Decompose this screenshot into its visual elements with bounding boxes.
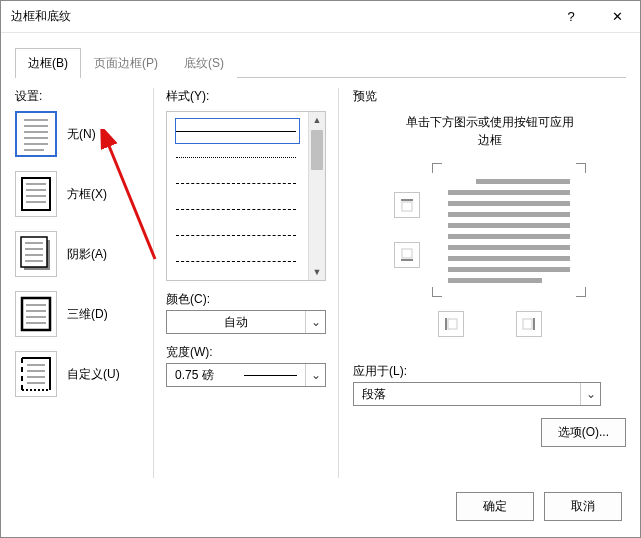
border-right-icon xyxy=(521,316,537,332)
style-scrollbar[interactable]: ▲ ▼ xyxy=(308,112,325,280)
chevron-down-icon: ⌄ xyxy=(580,383,600,405)
apply-to-row: 应用于(L): 段落 ⌄ xyxy=(353,353,626,406)
border-bottom-icon xyxy=(399,247,415,263)
setting-box-thumb xyxy=(15,171,57,217)
cancel-button[interactable]: 取消 xyxy=(544,492,622,521)
tab-shading[interactable]: 底纹(S) xyxy=(171,48,237,78)
scroll-up-icon[interactable]: ▲ xyxy=(309,112,325,128)
close-button[interactable]: ✕ xyxy=(594,1,640,33)
setting-3d-thumb xyxy=(15,291,57,337)
border-left-icon xyxy=(443,316,459,332)
edge-bottom-button[interactable] xyxy=(394,242,420,268)
setting-3d-label: 三维(D) xyxy=(67,306,108,323)
setting-custom-thumb xyxy=(15,351,57,397)
apply-to-value: 段落 xyxy=(354,386,580,403)
preview-column: 预览 单击下方图示或使用按钮可应用边框 xyxy=(349,88,626,478)
tabs: 边框(B) 页面边框(P) 底纹(S) xyxy=(1,33,640,77)
setting-box-label: 方框(X) xyxy=(67,186,107,203)
setting-box[interactable]: 方框(X) xyxy=(15,171,143,217)
color-label: 颜色(C): xyxy=(166,291,326,308)
close-icon: ✕ xyxy=(612,9,623,24)
apply-to-label: 应用于(L): xyxy=(353,363,626,380)
preview-hint: 单击下方图示或使用按钮可应用边框 xyxy=(353,113,626,149)
svg-rect-17 xyxy=(22,298,50,330)
style-list-inner xyxy=(167,112,308,280)
preview-label: 预览 xyxy=(353,88,626,105)
dialog-title: 边框和底纹 xyxy=(11,8,548,25)
options-button[interactable]: 选项(O)... xyxy=(541,418,626,447)
settings-column: 设置: 无(N) xyxy=(15,88,143,478)
width-line-preview xyxy=(244,375,297,376)
color-value: 自动 xyxy=(167,314,305,331)
svg-rect-27 xyxy=(402,202,412,211)
edge-buttons-left xyxy=(394,192,420,268)
svg-rect-6 xyxy=(22,178,50,210)
chevron-down-icon: ⌄ xyxy=(305,311,325,333)
width-value: 0.75 磅 xyxy=(167,367,236,384)
ok-button[interactable]: 确定 xyxy=(456,492,534,521)
style-row-dotted[interactable] xyxy=(175,144,300,170)
setting-shadow[interactable]: 阴影(A) xyxy=(15,231,143,277)
setting-none-thumb xyxy=(15,111,57,157)
tab-page-border[interactable]: 页面边框(P) xyxy=(81,48,171,78)
width-combo[interactable]: 0.75 磅 ⌄ xyxy=(166,363,326,387)
settings-label: 设置: xyxy=(15,88,143,105)
setting-shadow-label: 阴影(A) xyxy=(67,246,107,263)
tab-border[interactable]: 边框(B) xyxy=(15,48,81,78)
content: 设置: 无(N) xyxy=(1,78,640,478)
setting-none-label: 无(N) xyxy=(67,126,96,143)
help-button[interactable]: ? xyxy=(548,1,594,33)
chevron-down-icon: ⌄ xyxy=(305,364,325,386)
edge-left-button[interactable] xyxy=(438,311,464,337)
style-row-dashed-fine[interactable] xyxy=(175,170,300,196)
border-top-icon xyxy=(399,197,415,213)
setting-custom[interactable]: 自定义(U) xyxy=(15,351,143,397)
setting-none[interactable]: 无(N) xyxy=(15,111,143,157)
svg-rect-32 xyxy=(523,319,532,329)
style-row-dashdot[interactable] xyxy=(175,248,300,274)
svg-rect-31 xyxy=(448,319,457,329)
options-row: 选项(O)... xyxy=(353,418,626,447)
scroll-down-icon[interactable]: ▼ xyxy=(309,264,325,280)
style-row-dashed-wide[interactable] xyxy=(175,222,300,248)
svg-rect-12 xyxy=(21,237,47,267)
color-combo[interactable]: 自动 ⌄ xyxy=(166,310,326,334)
scroll-thumb[interactable] xyxy=(311,130,323,170)
preview-box xyxy=(432,163,586,297)
edge-right-button[interactable] xyxy=(516,311,542,337)
style-row-dashed-med[interactable] xyxy=(175,196,300,222)
preview-area xyxy=(353,163,626,297)
style-row-solid[interactable] xyxy=(175,118,300,144)
setting-shadow-thumb xyxy=(15,231,57,277)
dialog-borders-shading: 边框和底纹 ? ✕ 边框(B) 页面边框(P) 底纹(S) 设置: xyxy=(0,0,641,538)
width-label: 宽度(W): xyxy=(166,344,326,361)
edge-top-button[interactable] xyxy=(394,192,420,218)
svg-rect-28 xyxy=(402,249,412,258)
footer: 确定 取消 xyxy=(1,478,640,537)
style-label: 样式(Y): xyxy=(166,88,326,105)
setting-3d[interactable]: 三维(D) xyxy=(15,291,143,337)
titlebar: 边框和底纹 ? ✕ xyxy=(1,1,640,33)
apply-to-combo[interactable]: 段落 ⌄ xyxy=(353,382,601,406)
setting-custom-label: 自定义(U) xyxy=(67,366,120,383)
style-listbox[interactable]: ▲ ▼ xyxy=(166,111,326,281)
edge-buttons-bottom xyxy=(353,311,626,337)
style-column: 样式(Y): xyxy=(153,88,339,478)
